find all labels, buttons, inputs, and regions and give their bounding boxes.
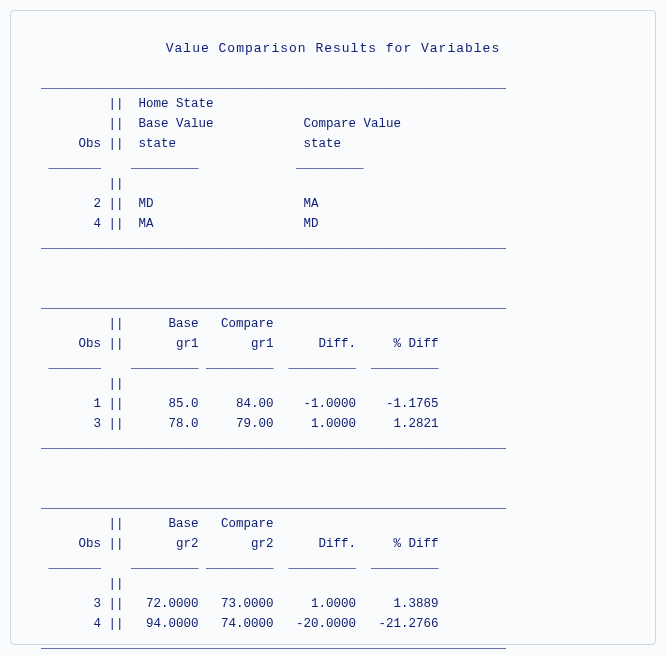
report-body: ________________________________________… xyxy=(41,74,625,654)
report-title: Value Comparison Results for Variables xyxy=(41,41,625,56)
report-container: Value Comparison Results for Variables _… xyxy=(10,10,656,645)
